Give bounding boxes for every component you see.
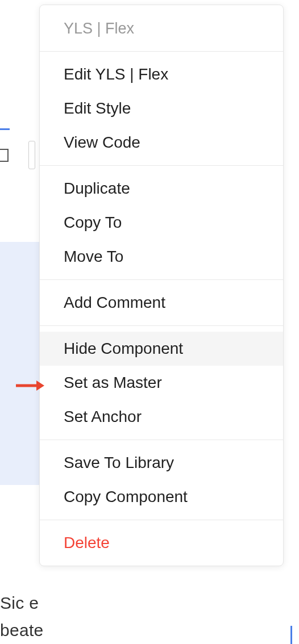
text-line-1: Sic e — [0, 589, 44, 617]
background-element-2 — [28, 141, 35, 169]
menu-item-view-code[interactable]: View Code — [40, 126, 283, 160]
context-menu: YLS | Flex Edit YLS | Flex Edit Style Vi… — [39, 5, 284, 566]
text-line-2: beate — [0, 617, 44, 644]
svg-marker-1 — [36, 380, 44, 391]
menu-item-set-anchor[interactable]: Set Anchor — [40, 400, 283, 434]
menu-item-save-to-library[interactable]: Save To Library — [40, 446, 283, 480]
menu-item-copy-to[interactable]: Copy To — [40, 206, 283, 240]
menu-item-move-to[interactable]: Move To — [40, 240, 283, 274]
menu-item-add-comment[interactable]: Add Comment — [40, 286, 283, 320]
menu-item-duplicate[interactable]: Duplicate — [40, 172, 283, 206]
menu-item-edit-style[interactable]: Edit Style — [40, 91, 283, 126]
menu-group-delete: Delete — [40, 520, 283, 566]
menu-item-hide-component[interactable]: Hide Component — [40, 332, 283, 366]
menu-group-library: Save To Library Copy Component — [40, 440, 283, 520]
background-element-1 — [0, 149, 9, 162]
menu-group-edit: Edit YLS | Flex Edit Style View Code — [40, 52, 283, 165]
menu-item-edit-component[interactable]: Edit YLS | Flex — [40, 57, 283, 91]
menu-group-comment: Add Comment — [40, 280, 283, 325]
menu-item-delete[interactable]: Delete — [40, 526, 283, 560]
selection-indicator — [0, 128, 10, 130]
menu-item-set-as-master[interactable]: Set as Master — [40, 366, 283, 400]
text-cursor — [290, 626, 292, 644]
background-text: Sic e beate — [0, 589, 44, 644]
background-panel — [0, 242, 41, 485]
menu-title: YLS | Flex — [40, 5, 283, 51]
menu-item-copy-component[interactable]: Copy Component — [40, 480, 283, 514]
menu-group-duplicate: Duplicate Copy To Move To — [40, 166, 283, 279]
menu-group-component: Hide Component Set as Master Set Anchor — [40, 326, 283, 440]
annotation-arrow — [16, 379, 44, 392]
